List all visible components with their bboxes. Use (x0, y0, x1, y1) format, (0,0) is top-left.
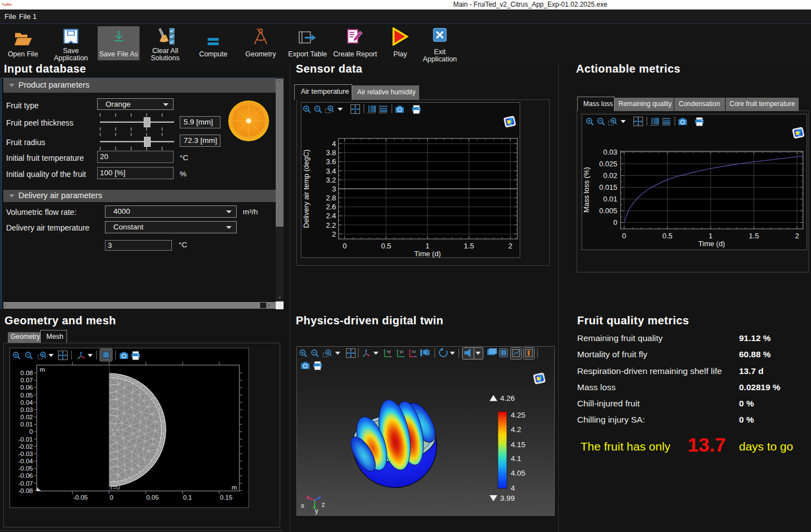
svg-text:0.5: 0.5 (381, 242, 391, 250)
svg-text:0.08: 0.08 (21, 370, 33, 376)
svg-text:x: x (301, 502, 305, 510)
svg-text:2: 2 (332, 230, 336, 238)
svg-text:4.05: 4.05 (511, 469, 525, 477)
svg-text:0: 0 (110, 494, 113, 501)
svg-text:Mass loss (%): Mass loss (%) (582, 167, 591, 213)
svg-text:0.025: 0.025 (599, 160, 617, 168)
svg-text:2: 2 (795, 232, 799, 240)
svg-text:0.03: 0.03 (603, 148, 617, 156)
svg-text:xy: xy (387, 349, 391, 354)
svg-text:0.01: 0.01 (21, 421, 33, 428)
svg-text:z: z (321, 501, 325, 509)
svg-text:3.99: 3.99 (500, 494, 515, 502)
svg-text:0.015: 0.015 (599, 183, 617, 191)
svg-text:m: m (232, 484, 237, 491)
svg-text:1: 1 (425, 242, 429, 250)
svg-text:4.25: 4.25 (511, 411, 525, 419)
svg-text:-0.05: -0.05 (18, 465, 33, 472)
svg-text:0: 0 (613, 218, 617, 227)
svg-text:2.4: 2.4 (326, 212, 336, 220)
svg-text:0: 0 (622, 232, 626, 240)
svg-text:4: 4 (511, 484, 515, 492)
svg-text:1.5: 1.5 (749, 232, 759, 240)
svg-text:4.1: 4.1 (511, 454, 521, 463)
svg-text:0: 0 (30, 428, 33, 435)
svg-text:-0.07: -0.07 (18, 480, 33, 487)
svg-text:4.15: 4.15 (511, 440, 525, 449)
svg-text:-0.01: -0.01 (18, 436, 33, 443)
svg-text:0.02: 0.02 (21, 414, 33, 420)
svg-text:-0.06: -0.06 (18, 472, 33, 479)
svg-text:-0.04: -0.04 (18, 458, 33, 464)
svg-text:2: 2 (508, 242, 512, 250)
svg-text:3.2: 3.2 (326, 176, 336, 184)
svg-text:0.005: 0.005 (599, 207, 617, 215)
svg-text:2.2: 2.2 (326, 221, 336, 229)
svg-text:y: y (315, 507, 319, 515)
svg-text:Time (d): Time (d) (414, 250, 441, 258)
svg-text:0.07: 0.07 (21, 377, 33, 384)
svg-text:xz: xz (412, 349, 416, 353)
svg-text:3: 3 (332, 185, 336, 193)
svg-text:0.05: 0.05 (21, 392, 33, 399)
svg-text:0.5: 0.5 (663, 232, 673, 240)
svg-text:0.1: 0.1 (183, 494, 192, 501)
svg-text:1.5: 1.5 (464, 242, 474, 250)
svg-text:r=0: r=0 (111, 484, 120, 491)
svg-text:0.01: 0.01 (603, 195, 617, 203)
svg-text:0.04: 0.04 (21, 399, 33, 406)
svg-text:0.03: 0.03 (21, 406, 33, 413)
svg-text:0.05: 0.05 (146, 494, 159, 501)
svg-text:4.26: 4.26 (500, 394, 515, 402)
svg-text:2.6: 2.6 (326, 203, 336, 211)
svg-text:-0.03: -0.03 (18, 450, 33, 457)
svg-text:-0.02: -0.02 (18, 443, 33, 450)
svg-text:-0.05: -0.05 (73, 494, 88, 501)
svg-text:0.15: 0.15 (220, 494, 232, 501)
svg-text:3.4: 3.4 (326, 167, 336, 175)
svg-text:Delivery air temp (degC): Delivery air temp (degC) (302, 150, 310, 228)
svg-text:1: 1 (708, 232, 712, 240)
svg-text:4.2: 4.2 (511, 425, 521, 434)
svg-text:4: 4 (332, 140, 336, 148)
svg-text:0.02: 0.02 (603, 171, 617, 180)
svg-text:-0.08: -0.08 (18, 487, 33, 494)
svg-text:3.8: 3.8 (326, 148, 336, 157)
svg-text:yz: yz (400, 349, 404, 354)
svg-text:3.6: 3.6 (326, 157, 336, 166)
svg-text:m: m (40, 366, 45, 373)
svg-text:2.8: 2.8 (326, 194, 336, 202)
svg-text:0.06: 0.06 (21, 384, 33, 391)
svg-text:0: 0 (343, 242, 347, 250)
svg-text:Time (d): Time (d) (698, 239, 725, 248)
